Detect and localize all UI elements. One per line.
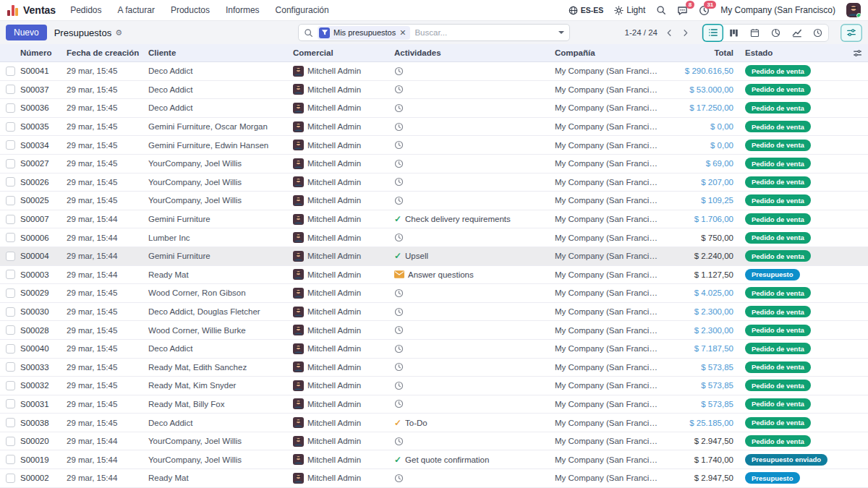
table-row[interactable]: S00029 29 mar, 15:45 Wood Corner, Ron Gi…: [0, 284, 868, 303]
activities-button[interactable]: 31: [699, 5, 710, 16]
table-row[interactable]: S00003 29 mar, 15:44 Ready Mat Mitchell …: [0, 266, 868, 285]
row-checkbox[interactable]: [6, 103, 15, 113]
activity-icon[interactable]: ✓: [394, 215, 401, 223]
activity-view-button[interactable]: [807, 24, 828, 42]
activity-icon[interactable]: [394, 344, 404, 354]
row-checkbox[interactable]: [6, 418, 15, 427]
search-bar[interactable]: Mis presupuestos ✕: [298, 24, 570, 41]
activity-icon[interactable]: [394, 381, 404, 390]
search-facet[interactable]: Mis presupuestos ✕: [318, 26, 410, 40]
table-row[interactable]: S00020 29 mar, 15:44 YourCompany, Joel W…: [0, 432, 868, 451]
table-row[interactable]: S00019 29 mar, 15:44 YourCompany, Joel W…: [0, 450, 868, 469]
activity-icon[interactable]: [394, 159, 404, 168]
pager-previous-button[interactable]: [664, 27, 675, 38]
menu-a-facturar[interactable]: A facturar: [118, 5, 155, 15]
activity-icon[interactable]: [394, 288, 404, 298]
activity-icon[interactable]: [394, 103, 404, 113]
table-row[interactable]: S00006 29 mar, 15:44 Lumber Inc Mitchell…: [0, 228, 868, 247]
row-checkbox[interactable]: [6, 85, 15, 94]
table-row[interactable]: S00025 29 mar, 15:45 YourCompany, Joel W…: [0, 192, 868, 210]
user-avatar[interactable]: [846, 3, 861, 17]
activity-icon[interactable]: [394, 270, 404, 278]
table-row[interactable]: S00031 29 mar, 15:45 Ready Mat, Billy Fo…: [0, 395, 868, 414]
activity-icon[interactable]: [394, 177, 404, 187]
row-checkbox[interactable]: [6, 270, 15, 279]
header-compania[interactable]: Compañía: [555, 48, 660, 57]
activity-icon[interactable]: [394, 196, 404, 205]
row-checkbox[interactable]: [6, 437, 15, 446]
activity-icon[interactable]: ✓: [394, 252, 401, 260]
table-row[interactable]: S00041 29 mar, 15:45 Deco Addict Mitchel…: [0, 62, 868, 81]
theme-toggle[interactable]: Light: [614, 5, 645, 15]
pivot-view-button[interactable]: [765, 24, 786, 42]
facet-remove-icon[interactable]: ✕: [399, 29, 406, 37]
table-row[interactable]: S00035 29 mar, 15:45 Gemini Furniture, O…: [0, 118, 868, 137]
row-checkbox[interactable]: [6, 233, 15, 242]
activity-icon[interactable]: [394, 399, 404, 408]
menu-informes[interactable]: Informes: [226, 5, 260, 15]
table-row[interactable]: S00004 29 mar, 15:44 Gemini Furniture Mi…: [0, 247, 868, 266]
header-comercial[interactable]: Comercial: [293, 48, 394, 57]
graph-view-button[interactable]: [786, 24, 807, 42]
table-row[interactable]: S00030 29 mar, 15:45 Deco Addict, Dougla…: [0, 303, 868, 322]
row-checkbox[interactable]: [6, 159, 15, 168]
activity-icon[interactable]: ✓: [394, 419, 401, 427]
activity-icon[interactable]: [394, 122, 404, 132]
row-checkbox[interactable]: [6, 288, 15, 298]
messages-button[interactable]: 8: [677, 5, 688, 16]
company-switcher[interactable]: My Company (San Francisco): [720, 5, 835, 15]
optional-columns-button[interactable]: [846, 48, 868, 58]
row-checkbox[interactable]: [6, 140, 15, 150]
row-checkbox[interactable]: [6, 325, 15, 335]
row-checkbox[interactable]: [6, 474, 15, 483]
global-search-button[interactable]: [656, 5, 666, 15]
activity-icon[interactable]: ✓: [394, 455, 401, 464]
table-row[interactable]: S00028 29 mar, 15:45 Wood Corner, Willie…: [0, 321, 868, 340]
activity-icon[interactable]: [394, 85, 404, 94]
table-row[interactable]: S00037 29 mar, 15:45 Deco Addict Mitchel…: [0, 81, 868, 100]
table-row[interactable]: S00027 29 mar, 15:45 YourCompany, Joel W…: [0, 155, 868, 174]
row-checkbox[interactable]: [6, 67, 15, 76]
header-actividades[interactable]: Actividades: [394, 48, 555, 57]
row-checkbox[interactable]: [6, 362, 15, 372]
table-row[interactable]: S00026 29 mar, 15:45 YourCompany, Joel W…: [0, 174, 868, 192]
activity-icon[interactable]: [394, 325, 404, 335]
row-checkbox[interactable]: [6, 455, 15, 464]
header-numero[interactable]: Número: [20, 48, 67, 57]
list-view-button[interactable]: [702, 24, 723, 42]
table-row[interactable]: S00040 29 mar, 15:45 Deco Addict Mitchel…: [0, 340, 868, 359]
row-checkbox[interactable]: [6, 399, 15, 408]
menu-productos[interactable]: Productos: [171, 5, 210, 15]
app-logo-icon[interactable]: [7, 5, 18, 16]
language-switcher[interactable]: ES-ES: [569, 6, 604, 15]
breadcrumb-title[interactable]: Presupuestos: [54, 27, 112, 38]
search-caret-down-icon[interactable]: [558, 31, 564, 34]
header-estado[interactable]: Estado: [739, 48, 846, 57]
activity-icon[interactable]: [394, 233, 404, 242]
row-checkbox[interactable]: [6, 344, 15, 354]
activity-icon[interactable]: [394, 437, 404, 446]
table-row[interactable]: S00007 29 mar, 15:44 Gemini Furniture Mi…: [0, 210, 868, 229]
table-row[interactable]: S00033 29 mar, 15:45 Ready Mat, Edith Sa…: [0, 359, 868, 377]
app-name[interactable]: Ventas: [23, 4, 56, 16]
calendar-view-button[interactable]: [744, 24, 765, 42]
table-row[interactable]: S00038 29 mar, 15:45 Deco Addict Mitchel…: [0, 414, 868, 432]
table-row[interactable]: S00032 29 mar, 15:45 Ready Mat, Kim Snyd…: [0, 377, 868, 395]
header-total[interactable]: Total: [660, 48, 739, 57]
kanban-view-button[interactable]: [723, 24, 744, 42]
header-cliente[interactable]: Cliente: [148, 48, 293, 57]
actions-gear-icon[interactable]: ⚙: [115, 28, 122, 38]
advanced-filters-button[interactable]: [841, 24, 862, 42]
activity-icon[interactable]: [394, 307, 404, 317]
row-checkbox[interactable]: [6, 252, 15, 261]
table-row[interactable]: S00036 29 mar, 15:45 Deco Addict Mitchel…: [0, 99, 868, 118]
activity-icon[interactable]: [394, 140, 404, 150]
row-checkbox[interactable]: [6, 122, 15, 132]
menu-configuracion[interactable]: Configuración: [276, 5, 329, 15]
activity-icon[interactable]: [394, 362, 404, 372]
search-input[interactable]: [414, 28, 554, 37]
row-checkbox[interactable]: [6, 215, 15, 224]
menu-pedidos[interactable]: Pedidos: [70, 5, 101, 15]
pager-next-button[interactable]: [680, 27, 691, 38]
activity-icon[interactable]: [394, 67, 404, 76]
